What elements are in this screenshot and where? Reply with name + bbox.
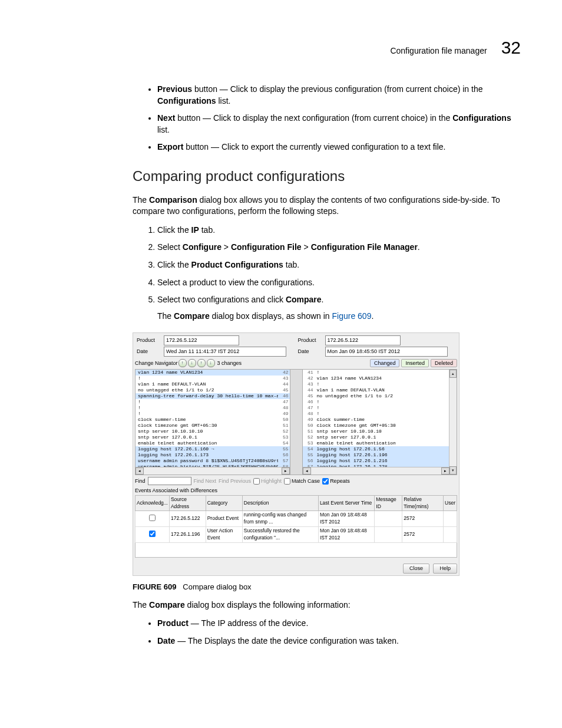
events-column-header[interactable]: Source Address	[169, 495, 206, 511]
step-item: Click the Product Configurations tab.	[157, 259, 521, 271]
events-column-header[interactable]: Message ID	[375, 495, 402, 511]
header-title: Configuration file manager	[390, 45, 487, 57]
events-column-header[interactable]: Category	[206, 495, 242, 511]
hscroll-left-icon[interactable]: ◂	[135, 467, 144, 475]
hscroll-left-icon[interactable]: ◂	[303, 467, 311, 475]
page-header: Configuration file manager 32	[133, 35, 521, 60]
ack-checkbox[interactable]	[149, 531, 156, 537]
nav-first-diff-icon[interactable]: ↑	[197, 359, 206, 367]
events-column-header[interactable]: Acknowledg...	[135, 495, 170, 511]
scroll-up-icon[interactable]: ▴	[449, 370, 457, 378]
code-line: 45 no untagged ethe 1/1 to 1/2	[303, 393, 457, 399]
scroll-down-icon[interactable]: ▾	[449, 466, 457, 475]
section-heading: Comparing product configurations	[133, 166, 521, 186]
hscroll-right-icon[interactable]: ▸	[441, 467, 449, 475]
right-date-label: Date	[296, 346, 323, 357]
intro-bullet: Export button — Click to export the curr…	[157, 141, 521, 153]
after-bullet: Date — The Displays the date the device …	[157, 635, 521, 647]
legend-deleted: Deleted	[431, 359, 457, 368]
code-line: spanning-tree forward-delay 30 hello-tim…	[135, 393, 290, 399]
figure-block: Product 172.26.5.122 Product 172.26.5.12…	[133, 332, 521, 592]
nav-next-diff-icon[interactable]: ↓	[188, 359, 196, 367]
code-line: 43!	[303, 381, 457, 387]
code-line: 44vlan 1 name DEFAULT-VLAN	[303, 387, 457, 393]
highlight-label: Highlight	[261, 477, 282, 485]
code-line: vlan 1 name DEFAULT-VLAN44	[135, 381, 290, 387]
left-pane[interactable]: vlan 1234 name VLAN123442!43vlan 1 name …	[135, 369, 290, 475]
events-table: Acknowledg...Source AddressCategoryDescr…	[135, 495, 457, 543]
header-page-number: 32	[501, 35, 521, 60]
close-button[interactable]: Close	[403, 564, 429, 574]
code-line: logging host 172.26.1.17356	[135, 452, 290, 458]
code-line: 51sntp server 10.10.10.10	[303, 429, 457, 434]
change-navigator-label: Change Navigator	[135, 360, 178, 367]
match-case-checkbox[interactable]	[284, 478, 290, 485]
compare-dialog: Product 172.26.5.122 Product 172.26.5.12…	[133, 332, 459, 575]
step-item: Select Configure > Configuration File > …	[157, 242, 521, 253]
nav-last-diff-icon[interactable]: ↓	[207, 359, 215, 367]
step-item: Select two configurations and click Comp…	[157, 294, 521, 322]
compare-panes: vlan 1234 name VLAN123442!43vlan 1 name …	[135, 369, 457, 475]
code-line: sntp server 127.0.0.153	[135, 434, 290, 440]
code-line: 46!	[303, 399, 457, 405]
events-header: Events Associated with Differences	[135, 487, 457, 495]
code-line: !43	[135, 375, 290, 381]
repeats-checkbox[interactable]	[322, 478, 329, 485]
steps-list: Click the IP tab.Select Configure > Conf…	[133, 225, 521, 322]
after-intro: The Compare dialog box displays the foll…	[133, 599, 521, 611]
code-line: !47	[135, 399, 290, 405]
ack-checkbox[interactable]	[149, 515, 156, 521]
highlight-checkbox[interactable]	[253, 478, 260, 485]
code-line: 42vlan 1234 name VLAN1234	[303, 375, 457, 381]
pane-gutter	[290, 369, 302, 475]
left-product-field[interactable]: 172.26.5.122	[164, 335, 239, 345]
right-product-field[interactable]: 172.26.5.122	[325, 335, 401, 345]
figure-caption: FIGURE 609 Compare dialog box	[133, 582, 521, 592]
vertical-scrollbar[interactable]: ▴ ▾	[449, 370, 457, 475]
after-bullet: Product — The IP address of the device.	[157, 618, 521, 630]
events-column-header[interactable]: Description	[242, 495, 318, 511]
step-item: Click the IP tab.	[157, 225, 521, 236]
legend-inserted: Inserted	[401, 359, 429, 368]
code-line: 56logging host 172.26.1.216	[303, 458, 457, 464]
match-case-label: Match Case	[292, 477, 320, 485]
repeats-label: Repeats	[330, 477, 350, 485]
find-next-button[interactable]: Find Next	[194, 477, 217, 485]
code-line: logging host 172.26.1.160 →55	[135, 446, 290, 452]
code-line: clock summer-time50	[135, 417, 290, 423]
after-bullet-list: Product — The IP address of the device.D…	[133, 618, 521, 647]
events-column-header[interactable]: Last Event Server Time	[318, 495, 374, 511]
left-date-field[interactable]: Wed Jan 11 11:41:37 IST 2012	[164, 347, 286, 357]
code-line: 53enable telnet authentication	[303, 440, 457, 446]
find-previous-button[interactable]: Find Previous	[219, 477, 251, 485]
intro-bullet-list: Previous button — Click to display the p…	[133, 84, 521, 153]
code-line: vlan 1234 name VLAN123442	[135, 370, 290, 375]
hscroll-right-icon[interactable]: ▸	[282, 467, 290, 475]
code-line: 55logging host 172.26.1.196	[303, 452, 457, 458]
step-item: Select a product to view the configurati…	[157, 277, 521, 289]
section-intro: The Comparison dialog box allows you to …	[133, 195, 521, 218]
nav-prev-diff-icon[interactable]: ↑	[178, 359, 187, 367]
left-date-label: Date	[135, 346, 162, 357]
code-line: username admin password 8 $1$XN5…U456TjT…	[135, 458, 290, 464]
code-line: 52sntp server 127.0.0.1	[303, 434, 457, 440]
code-line: 49clock summer-time	[303, 417, 457, 423]
code-line: !49	[135, 411, 290, 417]
find-label: Find	[135, 477, 146, 485]
code-line: 50clock timezone gmt GMT+05:30	[303, 423, 457, 429]
intro-bullet: Previous button — Click to display the p…	[157, 84, 521, 107]
help-button[interactable]: Help	[433, 564, 457, 574]
events-column-header[interactable]: User	[444, 495, 457, 511]
events-column-header[interactable]: Relative Time(mins)	[402, 495, 444, 511]
code-line: sntp server 10.10.10.1052	[135, 429, 290, 434]
right-pane[interactable]: ▴ ▾ 41!42vlan 1234 name VLAN123443!44vla…	[302, 369, 458, 475]
dialog-header-table: Product 172.26.5.122 Product 172.26.5.12…	[135, 335, 457, 357]
figure-reference-link[interactable]: Figure 609	[332, 311, 372, 321]
find-input[interactable]	[148, 477, 191, 485]
table-row[interactable]: 172.26.1.196User Action EventSuccessfull…	[135, 527, 457, 543]
table-row[interactable]: 172.26.5.122Product Eventrunning-config …	[135, 511, 457, 527]
change-count: 3 changes	[217, 360, 242, 367]
find-bar: Find Find Next Find Previous Highlight M…	[135, 477, 457, 485]
legend-changed: Changed	[370, 359, 400, 368]
right-date-field[interactable]: Mon Jan 09 18:45:50 IST 2012	[325, 347, 448, 357]
